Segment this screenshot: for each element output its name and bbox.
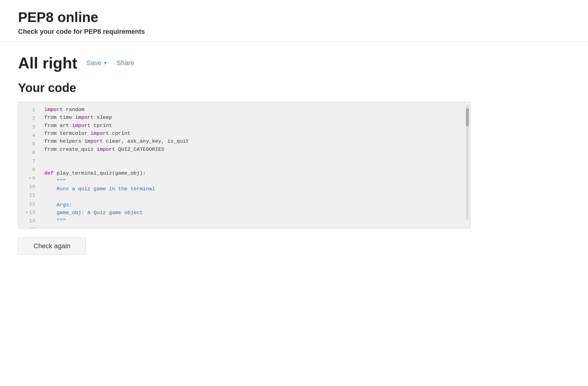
- line-numbers: 1 2 3 4 5 6 7 8 ▼9 10 11 12 ▼13 14 15: [18, 102, 40, 228]
- result-row: All right Save ▼ Share: [18, 54, 570, 72]
- line-num-14: 14: [18, 217, 40, 225]
- code-line-4: from termcolor import cprint: [44, 130, 465, 138]
- code-line-10: """: [44, 177, 465, 185]
- code-line-1: import random: [44, 106, 465, 114]
- line-num-5: 5: [18, 140, 40, 148]
- chevron-down-icon: ▼: [103, 61, 108, 65]
- code-line-2: from time import sleep: [44, 114, 465, 122]
- code-line-13: Args:: [44, 201, 465, 209]
- line-num-2: 2: [18, 114, 40, 123]
- your-code-section-title: Your code: [18, 81, 570, 95]
- check-again-button[interactable]: Check again: [18, 238, 86, 255]
- share-button[interactable]: Share: [116, 59, 134, 67]
- line-num-15: 15: [18, 226, 40, 229]
- code-lines: import random from time import sleep fro…: [40, 102, 470, 228]
- share-label: Share: [116, 59, 134, 67]
- check-again-label: Check again: [33, 242, 70, 250]
- code-line-6: from create_quiz import QUIZ_CATEGORIES: [44, 146, 465, 153]
- code-line-5: from helpers import clear, ask_any_key, …: [44, 138, 465, 145]
- line-num-13: ▼13: [18, 208, 40, 217]
- main-content: All right Save ▼ Share Your code 1 2 3 4…: [0, 42, 588, 267]
- code-line-7: [44, 153, 465, 161]
- page-header: PEP8 online Check your code for PEP8 req…: [0, 0, 588, 42]
- code-line-9: def play_terminal_quiz(game_obj):: [44, 169, 465, 177]
- code-line-3: from art import tprint: [44, 122, 465, 130]
- code-line-11: Runs a quiz game in the terminal: [44, 185, 465, 193]
- line-num-1: 1: [18, 106, 40, 114]
- line-num-3: 3: [18, 123, 40, 131]
- page-subtitle: Check your code for PEP8 requirements: [18, 28, 570, 36]
- code-editor: 1 2 3 4 5 6 7 8 ▼9 10 11 12 ▼13 14 15 im…: [18, 102, 470, 229]
- code-line-15: """: [44, 217, 465, 225]
- save-button[interactable]: Save ▼: [86, 59, 107, 67]
- line-num-6: 6: [18, 149, 40, 157]
- line-num-10: 10: [18, 183, 40, 191]
- line-num-9: ▼9: [18, 174, 40, 183]
- scrollbar[interactable]: [466, 105, 469, 220]
- line-num-12: 12: [18, 200, 40, 208]
- page-title: PEP8 online: [18, 9, 570, 25]
- scrollbar-thumb[interactable]: [466, 108, 469, 126]
- line-num-8: 8: [18, 166, 40, 174]
- code-line-12: [44, 193, 465, 201]
- save-label: Save: [86, 59, 101, 67]
- line-num-11: 11: [18, 191, 40, 200]
- code-line-8: [44, 161, 465, 169]
- code-line-14: game_obj: A Quiz game object: [44, 209, 465, 217]
- line-num-7: 7: [18, 157, 40, 166]
- line-num-4: 4: [18, 131, 40, 140]
- result-title: All right: [18, 54, 77, 72]
